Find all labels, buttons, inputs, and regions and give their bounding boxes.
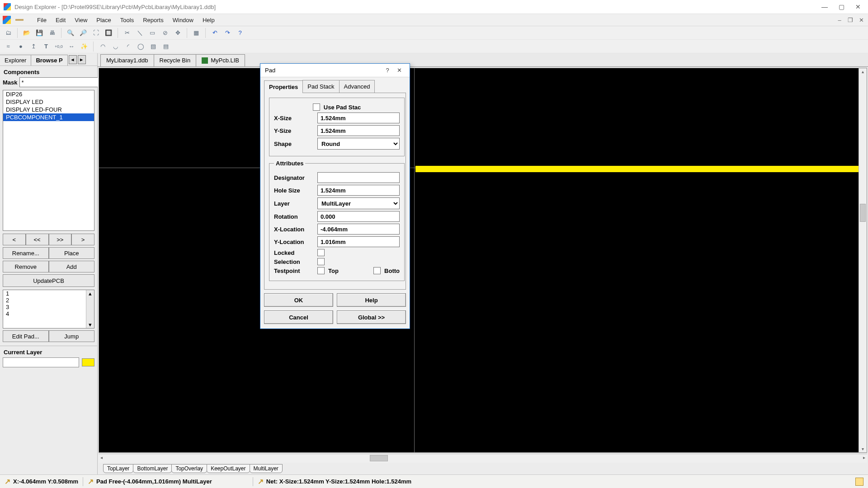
tab-scroll-right-icon[interactable]: ▸ [78,55,86,64]
scrollbar-thumb[interactable] [860,204,866,222]
scrollbar-thumb[interactable] [370,455,388,461]
dialog-close-icon[interactable]: ✕ [393,67,405,74]
ok-button[interactable]: OK [264,293,333,307]
place-button[interactable]: Place [49,247,95,259]
arc-edge-icon[interactable]: ◡ [110,41,121,52]
dimension-icon[interactable]: ↔ [66,41,77,52]
update-pcb-button[interactable]: UpdatePCB [3,274,94,287]
list-item[interactable]: 2 [3,297,94,304]
tab-pad-stack[interactable]: Pad Stack [302,80,339,93]
close-button[interactable]: ✕ [855,3,861,10]
arc-any-icon[interactable]: ◜ [123,41,133,52]
tab-explorer[interactable]: Explorer [0,55,31,66]
add-button[interactable]: Add [49,261,95,272]
list-item[interactable]: 4 [3,310,94,317]
list-item[interactable]: DISPLAY LED [3,98,94,106]
testpoint-top-checkbox[interactable] [317,267,325,274]
deselect-icon[interactable]: ⊘ [160,28,170,38]
tab-scroll-left-icon[interactable]: ◂ [69,55,77,64]
menu-edit[interactable]: Edit [51,15,70,25]
move-icon[interactable]: ✥ [172,28,183,38]
xsize-input[interactable] [317,113,400,123]
rename-button[interactable]: Rename... [3,247,49,259]
tab-browse-pcb[interactable]: Browse P [31,55,67,66]
list-item[interactable]: DIP26 [3,90,94,98]
full-circle-icon[interactable]: ◯ [135,41,146,52]
redo-icon[interactable]: ↷ [222,28,233,38]
list-item[interactable]: 1 [3,290,94,297]
layer-select[interactable]: MultiLayer [317,197,400,209]
string-icon[interactable]: T [41,41,52,52]
menu-help[interactable]: Help [198,15,219,25]
open-icon[interactable]: 📂 [21,28,32,38]
xlocation-input[interactable] [317,224,400,235]
nav-last-button[interactable]: >> [49,234,72,245]
clear-icon[interactable]: ＼ [134,28,145,38]
mdi-minimize-button[interactable]: – [835,17,844,23]
list-scrollbar[interactable]: ▴▾ [86,290,94,328]
testpoint-bottom-checkbox[interactable] [373,267,381,274]
mdi-restore-button[interactable]: ❐ [846,17,854,23]
zoom-window-icon[interactable]: 🔲 [103,28,114,38]
pad-number-list[interactable]: 1 2 3 4 ▴▾ [3,290,94,328]
rotation-input[interactable] [317,211,400,222]
ylocation-input[interactable] [317,236,400,247]
zoom-in-icon[interactable]: 🔍 [65,28,76,38]
scroll-left-icon[interactable]: ◂ [100,455,103,460]
wand-icon[interactable]: ✨ [79,41,90,52]
doc-tab-recyclebin[interactable]: Recycle Bin [154,54,197,66]
scroll-right-icon[interactable]: ▸ [863,455,865,460]
jump-button[interactable]: Jump [49,330,95,342]
shape-select[interactable]: Round [317,138,400,150]
cancel-button[interactable]: Cancel [264,310,333,324]
component-list[interactable]: DIP26 DISPLAY LED DISPLAY LED-FOUR PCBCO… [3,90,94,231]
undo-icon[interactable]: ↶ [209,28,220,38]
doc-tab-mypcb[interactable]: MyPcb.LIB [196,54,245,66]
mask-input[interactable] [19,77,100,87]
edit-pad-button[interactable]: Edit Pad... [3,330,49,342]
via-icon[interactable]: ↥ [28,41,39,52]
nav-prev-button[interactable]: < [3,234,26,245]
coord-icon[interactable]: +0,0 [53,41,64,52]
layer-tab-topoverlay[interactable]: TopOverlay [171,464,207,473]
remove-button[interactable]: Remove [3,261,49,272]
current-layer-combo[interactable] [3,357,79,367]
select-rect-icon[interactable]: ▭ [147,28,158,38]
mdi-close-button[interactable]: ✕ [857,17,865,23]
designator-input[interactable] [317,172,400,183]
track-icon[interactable]: ≈ [3,41,14,52]
arc-center-icon[interactable]: ◠ [97,41,108,52]
tree-icon[interactable]: 🗂 [3,28,14,38]
ysize-input[interactable] [317,125,400,136]
list-item[interactable]: 3 [3,304,94,310]
layer-tab-bottom[interactable]: BottomLayer [133,464,172,473]
menu-view[interactable]: View [70,15,92,25]
help-button[interactable]: Help [337,293,406,307]
save-icon[interactable]: 💾 [34,28,45,38]
dialog-help-icon[interactable]: ? [382,67,393,74]
selection-checkbox[interactable] [317,258,325,265]
menu-place[interactable]: Place [92,15,116,25]
cut-icon[interactable]: ✂ [122,28,132,38]
zoom-out-icon[interactable]: 🔎 [78,28,89,38]
maximize-button[interactable]: ▢ [839,3,844,10]
list-item[interactable]: DISPLAY LED-FOUR [3,106,94,113]
array-icon[interactable]: ▤ [160,41,171,52]
print-icon[interactable]: 🖶 [47,28,57,38]
help-icon[interactable]: ? [235,28,245,38]
fill-icon[interactable]: ▧ [148,41,159,52]
layer-tab-multilayer[interactable]: MultiLayer [250,464,283,473]
minimize-button[interactable]: — [821,3,828,10]
canvas-vertical-scrollbar[interactable] [859,68,867,452]
hole-size-input[interactable] [317,185,400,196]
zoom-fit-icon[interactable]: ⛶ [90,28,101,38]
menu-window[interactable]: Window [168,15,198,25]
layer-tab-keepout[interactable]: KeepOutLayer [207,464,250,473]
status-info-icon[interactable] [855,478,863,486]
menu-reports[interactable]: Reports [138,15,168,25]
tab-properties[interactable]: Properties [264,80,303,93]
nav-next-button[interactable]: > [71,234,94,245]
menu-tools[interactable]: Tools [116,15,138,25]
doc-tab-ddb[interactable]: MyLibaray1.ddb [100,54,154,66]
nav-first-button[interactable]: << [26,234,49,245]
